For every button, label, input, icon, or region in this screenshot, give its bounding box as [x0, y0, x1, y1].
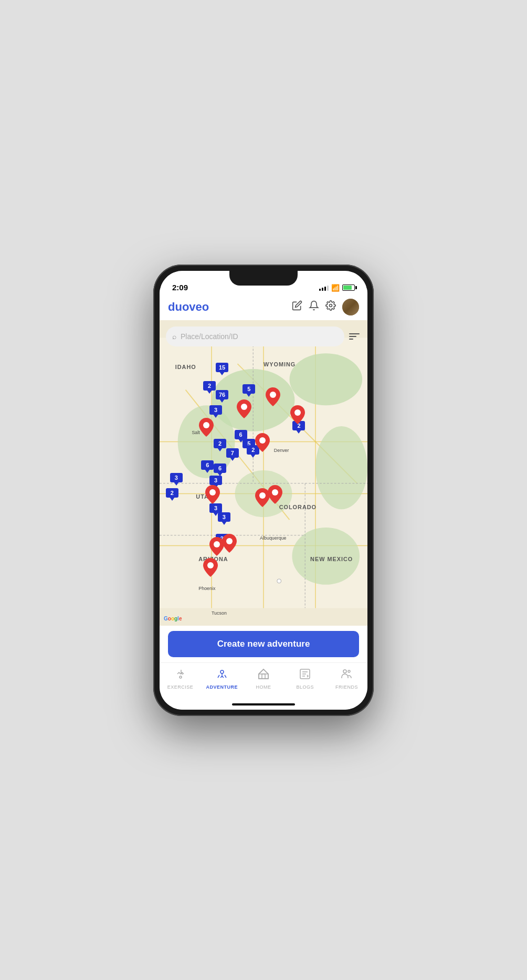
adventure-icon: [216, 668, 228, 683]
phone-frame: 2:09 📶 duoveo: [153, 265, 374, 716]
svg-text:COLORADO: COLORADO: [279, 504, 317, 510]
friends-icon: [340, 668, 353, 683]
nav-label-friends: FRIENDS: [335, 684, 358, 690]
status-time: 2:09: [172, 283, 188, 292]
svg-text:Salt: Salt: [192, 429, 200, 435]
app-logo: duoveo: [168, 300, 286, 314]
svg-point-44: [220, 670, 224, 673]
svg-text:WYOMING: WYOMING: [264, 361, 296, 367]
svg-point-10: [290, 353, 363, 405]
svg-text:Denver: Denver: [274, 448, 289, 453]
phone-screen: 2:09 📶 duoveo: [160, 271, 367, 710]
wifi-icon: 📶: [331, 284, 340, 292]
svg-text:ARIZONA: ARIZONA: [198, 556, 228, 562]
nav-item-friends[interactable]: FRIENDS: [326, 668, 367, 690]
home-bar: [160, 699, 367, 710]
phone-notch: [229, 271, 298, 286]
nav-label-home: HOME: [256, 684, 271, 690]
search-icon: ⌕: [172, 332, 176, 341]
svg-point-31: [277, 578, 281, 583]
svg-text:NEW MEXICO: NEW MEXICO: [310, 556, 353, 562]
bottom-nav: EXERCISE ADVENTURE: [160, 662, 367, 699]
svg-point-48: [348, 670, 350, 672]
search-bar[interactable]: ⌕ Place/Location/ID: [166, 326, 344, 346]
nav-item-adventure[interactable]: ADVENTURE: [201, 668, 243, 690]
signal-icon: [319, 284, 329, 291]
blogs-icon: [299, 668, 311, 683]
nav-item-blogs[interactable]: BLOGS: [284, 668, 326, 690]
svg-point-43: [180, 676, 182, 678]
svg-text:Tucson: Tucson: [212, 610, 227, 616]
nav-item-home[interactable]: HOME: [243, 668, 284, 690]
nav-item-exercise[interactable]: EXERCISE: [160, 668, 201, 690]
exercise-icon: [174, 668, 187, 683]
notification-icon[interactable]: [309, 300, 319, 313]
svg-point-13: [315, 426, 367, 509]
create-adventure-button[interactable]: Create new adventure: [168, 631, 359, 657]
svg-point-0: [330, 304, 332, 307]
nav-label-exercise: EXERCISE: [167, 684, 194, 690]
svg-text:Albuquerque: Albuquerque: [260, 535, 287, 540]
svg-text:IDAHO: IDAHO: [175, 364, 196, 370]
svg-text:UTAH: UTAH: [196, 493, 213, 500]
svg-point-12: [178, 405, 235, 478]
nav-label-blogs: BLOGS: [296, 684, 314, 690]
google-watermark: Google: [164, 616, 182, 621]
home-indicator: [232, 703, 295, 705]
filter-icon: [349, 333, 360, 340]
battery-icon: [342, 284, 355, 291]
svg-rect-45: [259, 674, 268, 679]
filter-button[interactable]: [345, 326, 363, 346]
search-placeholder: Place/Location/ID: [181, 332, 238, 341]
nav-label-adventure: ADVENTURE: [206, 684, 238, 690]
avatar[interactable]: [342, 299, 359, 315]
svg-text:Phoenix: Phoenix: [198, 585, 216, 591]
edit-icon[interactable]: [292, 300, 302, 313]
app-header: duoveo: [160, 294, 367, 320]
status-icons: 📶: [319, 284, 355, 292]
settings-icon[interactable]: [325, 300, 336, 313]
map-container[interactable]: IDAHO WYOMING COLORADO UTAH ARIZONA NEW …: [160, 320, 367, 626]
svg-point-47: [343, 670, 346, 673]
home-icon: [257, 668, 270, 683]
